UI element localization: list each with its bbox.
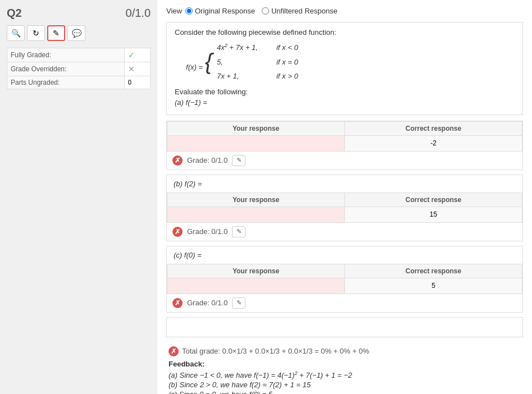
part-b-correct-answer: 15	[345, 207, 522, 222]
grade-overridden-label: Grade Overridden:	[7, 62, 125, 76]
feedback-line-b: (b) Since 2 > 0, we have f(2) = 7(2) + 1…	[169, 381, 521, 389]
case-cond-3: if x > 0	[276, 70, 298, 83]
grade-info-table: Fully Graded: ✓ Grade Overridden: ✕ Part…	[7, 48, 151, 89]
grade-overridden-row: Grade Overridden: ✕	[7, 62, 151, 76]
check-icon: ✓	[128, 51, 135, 59]
left-panel: Q2 0/1.0 🔍 ↻ ✎ 💬 Fully Graded: ✓ Grade O…	[0, 0, 157, 394]
original-response-radio[interactable]	[185, 7, 193, 15]
part-b-label: (b) f(2) =	[167, 175, 522, 193]
part-b-section: (b) f(2) = Your response Correct respons…	[166, 175, 523, 241]
feedback-label: Feedback:	[169, 360, 521, 368]
parts-ungraded-label: Parts Ungraded:	[7, 76, 125, 89]
unfiltered-response-label: Unfiltered Response	[271, 7, 338, 15]
left-brace: {	[205, 51, 212, 73]
case-expr-3: 7x + 1,	[217, 70, 267, 83]
question-label: Q2	[7, 7, 22, 20]
part-a-grade-row: ✗ Grade: 0/1.0 ✎	[167, 152, 522, 169]
total-grade-text: Total grade: 0.0×1/3 + 0.0×1/3 + 0.0×1/3…	[182, 347, 369, 355]
original-response-option[interactable]: Original Response	[185, 7, 255, 15]
part-c-grade-row: ✗ Grade: 0/1.0 ✎	[167, 294, 522, 312]
unfiltered-response-option[interactable]: Unfiltered Response	[262, 7, 338, 15]
case-expr-2: 5,	[217, 56, 267, 68]
feedback-line-a: (a) Since −1 < 0, we have f(−1) = 4(−1)2…	[169, 370, 521, 379]
view-label: View	[166, 7, 182, 15]
part-c-response-table: Your response Correct response 5	[167, 264, 522, 294]
part-c-correct-answer: 5	[345, 278, 522, 294]
problem-box: Consider the following piecewise defined…	[166, 22, 523, 115]
x-icon: ✕	[128, 65, 135, 74]
case-row-3: 7x + 1, if x > 0	[217, 70, 298, 83]
piecewise-function: { 4x2 + 7x + 1, if x < 0 5, if x = 0 7x …	[205, 41, 298, 83]
part-a-correct-response-header: Correct response	[345, 121, 522, 135]
total-section: ✗ Total grade: 0.0×1/3 + 0.0×1/3 + 0.0×1…	[166, 342, 523, 395]
part-c-data-row: 5	[167, 278, 522, 294]
comment-button[interactable]: 💬	[67, 25, 85, 41]
part-c-grade-text: Grade: 0/1.0	[187, 299, 228, 307]
part-c-edit-button[interactable]: ✎	[232, 297, 245, 309]
empty-section	[166, 317, 523, 337]
fully-graded-value: ✓	[124, 48, 150, 62]
case-row-1: 4x2 + 7x + 1, if x < 0	[217, 41, 298, 54]
case-expr-1: 4x2 + 7x + 1,	[217, 41, 267, 54]
part-a-correct-answer: -2	[345, 135, 522, 151]
part-c-section: (c) f(0) = Your response Correct respons…	[166, 246, 523, 313]
view-toggle: View Original Response Unfiltered Respon…	[166, 7, 523, 15]
part-c-header-row: Your response Correct response	[167, 264, 522, 278]
problem-text: Consider the following piecewise defined…	[175, 28, 515, 36]
total-error-icon: ✗	[169, 346, 179, 356]
radio-group: Original Response Unfiltered Response	[185, 7, 338, 15]
part-b-grade-row: ✗ Grade: 0/1.0 ✎	[167, 223, 522, 241]
grade-overridden-value: ✕	[124, 62, 150, 76]
part-a-data-row: -2	[167, 135, 522, 151]
part-b-grade-text: Grade: 0/1.0	[187, 227, 228, 236]
part-a-student-answer	[167, 135, 345, 151]
part-a-edit-button[interactable]: ✎	[232, 155, 245, 166]
case-cond-1: if x < 0	[276, 41, 298, 54]
search-icon: 🔍	[11, 29, 21, 38]
fully-graded-label: Fully Graded:	[7, 48, 125, 62]
part-a-error-icon: ✗	[172, 155, 183, 166]
right-panel: View Original Response Unfiltered Respon…	[157, 0, 532, 394]
part-a-grade-text: Grade: 0/1.0	[187, 156, 228, 164]
part-c-label: (c) f(0) =	[167, 246, 522, 264]
toolbar: 🔍 ↻ ✎ 💬	[7, 25, 151, 41]
feedback-line-c: (c) Since 0 = 0, we have f(0) = 5	[169, 390, 521, 394]
function-label: f(x) =	[186, 63, 205, 71]
edit-icon: ✎	[53, 29, 60, 38]
evaluate-text: Evaluate the following:	[175, 88, 515, 96]
original-response-label: Original Response	[195, 7, 255, 15]
undo-button[interactable]: ↻	[27, 25, 45, 41]
part-c-your-response-header: Your response	[167, 264, 345, 278]
comment-icon: 💬	[72, 29, 81, 38]
question-header: Q2 0/1.0	[7, 7, 151, 20]
parts-ungraded-value: 0	[124, 76, 150, 89]
part-b-edit-button[interactable]: ✎	[232, 226, 245, 237]
part-c-student-answer	[167, 278, 345, 294]
part-c-correct-response-header: Correct response	[345, 264, 522, 278]
part-a-your-response-header: Your response	[167, 121, 345, 135]
search-button[interactable]: 🔍	[7, 25, 25, 41]
part-b-your-response-header: Your response	[167, 193, 345, 207]
total-grade-line: ✗ Total grade: 0.0×1/3 + 0.0×1/3 + 0.0×1…	[169, 346, 521, 356]
feedback-section: Feedback: (a) Since −1 < 0, we have f(−1…	[169, 360, 521, 395]
part-a-label-intro: (a) f(−1) =	[175, 96, 515, 109]
unfiltered-response-radio[interactable]	[262, 7, 269, 15]
case-cond-2: if x = 0	[276, 56, 298, 68]
undo-icon: ↻	[33, 29, 39, 38]
case-row-2: 5, if x = 0	[217, 56, 298, 68]
part-b-data-row: 15	[167, 207, 522, 222]
parts-ungraded-count: 0	[128, 79, 132, 86]
piecewise-cases: 4x2 + 7x + 1, if x < 0 5, if x = 0 7x + …	[217, 41, 298, 83]
part-b-response-table: Your response Correct response 15	[167, 193, 522, 223]
edit-button[interactable]: ✎	[47, 25, 65, 41]
fully-graded-row: Fully Graded: ✓	[7, 48, 151, 62]
part-b-header-row: Your response Correct response	[167, 193, 522, 207]
part-c-error-icon: ✗	[172, 298, 183, 308]
part-a-section: Your response Correct response -2 ✗ Grad…	[166, 121, 523, 170]
question-score: 0/1.0	[126, 7, 151, 20]
part-a-header-row: Your response Correct response	[167, 121, 522, 135]
function-definition: f(x) = { 4x2 + 7x + 1, if x < 0 5, if x …	[186, 41, 515, 83]
parts-ungraded-row: Parts Ungraded: 0	[7, 76, 151, 89]
part-b-error-icon: ✗	[172, 227, 183, 237]
part-b-correct-response-header: Correct response	[345, 193, 522, 207]
